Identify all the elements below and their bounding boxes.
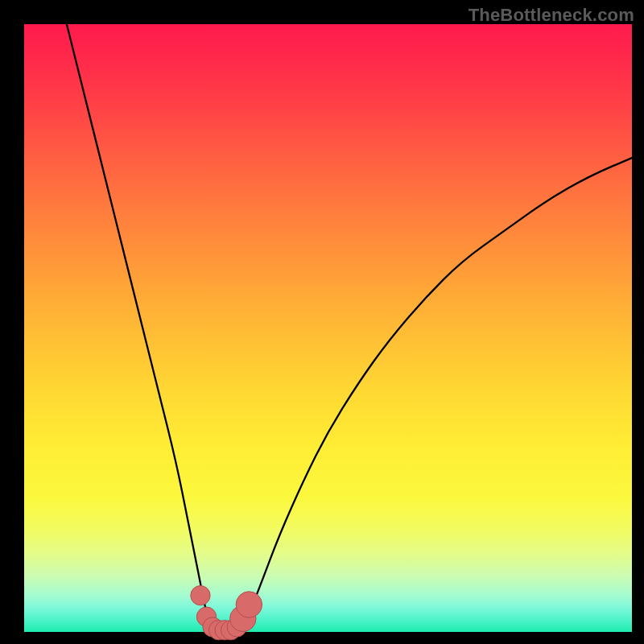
plot-area xyxy=(24,24,632,632)
chart-root: { "watermark": { "text": "TheBottleneck.… xyxy=(0,0,644,644)
watermark-text: TheBottleneck.com xyxy=(469,5,634,26)
